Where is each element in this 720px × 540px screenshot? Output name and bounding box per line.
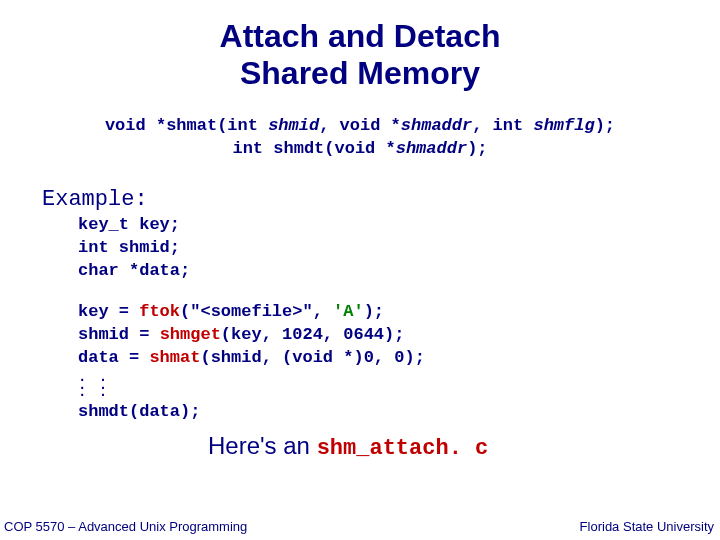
- slide-title: Attach and Detach Shared Memory: [0, 18, 720, 92]
- code-declarations: key_t key; int shmid; char *data;: [78, 214, 720, 283]
- line-shmat: data = shmat(shmid, (void *)0, 0);: [78, 347, 720, 370]
- line-ftok: key = ftok("<somefile>", 'A');: [78, 301, 720, 324]
- example-label: Example:: [42, 187, 720, 212]
- title-line-1: Attach and Detach: [220, 18, 501, 54]
- proto-shmdt: int shmdt(void *shmaddr);: [0, 137, 720, 161]
- decl-data: char *data;: [78, 260, 720, 283]
- decl-shmid: int shmid;: [78, 237, 720, 260]
- file-reference: shm_attach. c: [317, 436, 489, 461]
- code-detach: shmdt(data);: [78, 401, 720, 424]
- decl-key: key_t key;: [78, 214, 720, 237]
- function-prototypes: void *shmat(int shmid, void *shmaddr, in…: [0, 114, 720, 162]
- line-shmdt: shmdt(data);: [78, 401, 720, 424]
- vertical-ellipsis-icon: . .. .. .: [78, 374, 720, 397]
- code-body: key = ftok("<somefile>", 'A'); shmid = s…: [78, 301, 720, 370]
- footer-university: Florida State University: [580, 519, 714, 534]
- title-line-2: Shared Memory: [240, 55, 480, 91]
- proto-shmat: void *shmat(int shmid, void *shmaddr, in…: [0, 114, 720, 138]
- footer-course: COP 5570 – Advanced Unix Programming: [4, 519, 247, 534]
- reference-line: Here's an shm_attach. c: [208, 432, 720, 461]
- line-shmget: shmid = shmget(key, 1024, 0644);: [78, 324, 720, 347]
